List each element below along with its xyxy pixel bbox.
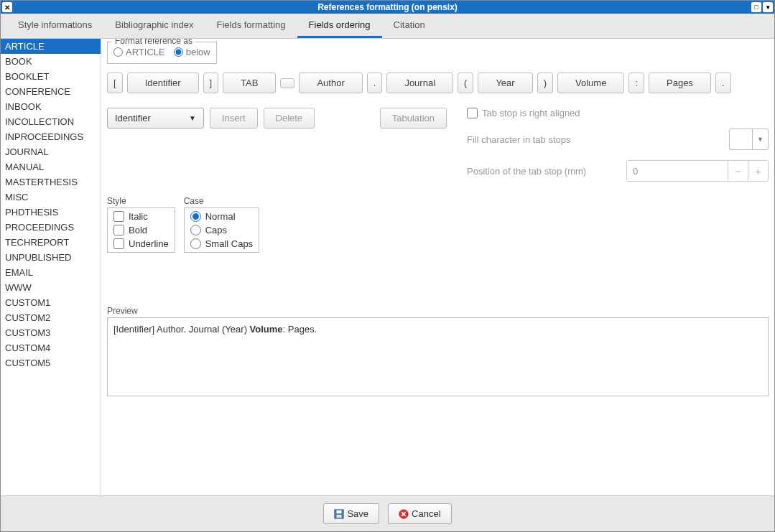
cancel-icon <box>399 509 409 519</box>
position-label: Position of the tab stop (mm) <box>467 166 596 177</box>
sidebar-item-article[interactable]: ARTICLE <box>1 39 101 54</box>
save-icon <box>334 509 344 519</box>
token-2[interactable]: ] <box>203 73 219 93</box>
window-title: References formatting (on pensix) <box>317 2 458 12</box>
footer: Save Cancel <box>1 495 774 531</box>
preview-label: Preview <box>107 306 769 316</box>
sidebar-item-phdthesis[interactable]: PHDTHESIS <box>1 205 101 220</box>
preview-box: [Identifier] Author. Journal (Year) Volu… <box>107 317 769 396</box>
format-as-below[interactable]: below <box>174 47 210 57</box>
token-13[interactable]: Pages <box>649 73 711 93</box>
fill-char-label: Fill character in tab stops <box>467 134 596 145</box>
token-12[interactable]: : <box>628 73 644 93</box>
type-list[interactable]: ARTICLEBOOKBOOKLETCONFERENCEINBOOKINCOLL… <box>1 39 101 495</box>
tab-bibliographic-index[interactable]: Bibliographic index <box>103 14 205 38</box>
case-caps[interactable]: Caps <box>190 225 253 235</box>
token-5[interactable]: Author <box>299 73 362 93</box>
sidebar-item-custom1[interactable]: CUSTOM1 <box>1 295 101 310</box>
delete-button[interactable]: Delete <box>264 108 315 129</box>
svg-rect-2 <box>337 514 342 517</box>
fill-char-combo[interactable]: ▼ <box>729 129 769 150</box>
titlebar: ✕ References formatting (on pensix) □ ▾ <box>1 1 774 14</box>
minimize-icon[interactable]: ▾ <box>763 2 773 12</box>
window-controls: □ ▾ <box>751 2 773 12</box>
format-as-article[interactable]: ARTICLE <box>113 47 165 57</box>
sidebar-item-unpublished[interactable]: UNPUBLISHED <box>1 250 101 265</box>
identifier-combo[interactable]: Identifier ▼ <box>107 108 204 129</box>
format-as-legend: Format reference as <box>112 39 195 46</box>
sidebar-item-proceedings[interactable]: PROCEEDINGS <box>1 220 101 235</box>
position-spinner[interactable]: − + <box>626 160 769 182</box>
sidebar-item-custom5[interactable]: CUSTOM5 <box>1 355 101 370</box>
tab-bar: Style informationsBibliographic indexFie… <box>1 14 774 39</box>
style-italic[interactable]: Italic <box>113 211 169 222</box>
style-group: Style Italic Bold Underline <box>107 196 175 253</box>
close-icon[interactable]: ✕ <box>2 2 12 12</box>
token-7[interactable]: Journal <box>386 73 453 93</box>
radio-article[interactable] <box>113 47 123 57</box>
spinner-down[interactable]: − <box>728 161 748 181</box>
tabulation-button[interactable]: Tabulation <box>380 108 447 129</box>
style-bold[interactable]: Bold <box>113 225 169 235</box>
sidebar-item-booklet[interactable]: BOOKLET <box>1 69 101 84</box>
token-3[interactable]: TAB <box>223 73 276 93</box>
sidebar-item-custom4[interactable]: CUSTOM4 <box>1 340 101 355</box>
svg-rect-1 <box>337 510 342 513</box>
token-11[interactable]: Volume <box>557 73 624 93</box>
chevron-down-icon: ▼ <box>189 114 196 122</box>
tab-fields-formatting[interactable]: Fields formatting <box>205 14 297 38</box>
token-0[interactable]: [ <box>107 73 123 93</box>
sidebar-item-masterthesis[interactable]: MASTERTHESIS <box>1 174 101 190</box>
case-group: Case Normal Caps Small Caps <box>184 196 259 253</box>
sidebar-item-book[interactable]: BOOK <box>1 54 101 69</box>
token-10[interactable]: ) <box>537 73 553 93</box>
sidebar-item-custom2[interactable]: CUSTOM2 <box>1 310 101 325</box>
main-panel: Format reference as ARTICLE below [Ident… <box>101 39 774 495</box>
token-8[interactable]: ( <box>458 73 473 93</box>
sidebar-item-misc[interactable]: MISC <box>1 190 101 205</box>
token-9[interactable]: Year <box>478 73 532 93</box>
maximize-icon[interactable]: □ <box>751 2 761 12</box>
sidebar-item-custom3[interactable]: CUSTOM3 <box>1 325 101 340</box>
token-6[interactable]: . <box>367 73 383 93</box>
chevron-down-icon: ▼ <box>752 129 768 149</box>
case-normal[interactable]: Normal <box>190 211 253 222</box>
window: ✕ References formatting (on pensix) □ ▾ … <box>0 0 775 532</box>
token-14[interactable]: . <box>715 73 731 93</box>
token-4[interactable] <box>280 78 294 88</box>
position-input[interactable] <box>627 161 728 181</box>
sidebar-item-manual[interactable]: MANUAL <box>1 159 101 174</box>
sidebar-item-incollection[interactable]: INCOLLECTION <box>1 114 101 129</box>
tab-style-informations[interactable]: Style informations <box>6 14 103 38</box>
sidebar-item-email[interactable]: EMAIL <box>1 265 101 280</box>
save-button[interactable]: Save <box>323 503 379 524</box>
content: ARTICLEBOOKBOOKLETCONFERENCEINBOOKINCOLL… <box>1 39 774 495</box>
sidebar-item-conference[interactable]: CONFERENCE <box>1 84 101 99</box>
style-underline[interactable]: Underline <box>113 238 169 249</box>
sidebar-item-journal[interactable]: JOURNAL <box>1 144 101 159</box>
token-1[interactable]: Identifier <box>127 73 199 93</box>
radio-below[interactable] <box>174 47 183 57</box>
cancel-button[interactable]: Cancel <box>388 503 451 524</box>
sidebar-item-inbook[interactable]: INBOOK <box>1 99 101 114</box>
tab-citation[interactable]: Citation <box>382 14 437 38</box>
spinner-up[interactable]: + <box>748 161 768 181</box>
insert-button[interactable]: Insert <box>210 108 258 129</box>
sidebar-item-inproceedings[interactable]: INPROCEEDINGS <box>1 129 101 144</box>
tab-right-aligned[interactable]: Tab stop is right aligned <box>467 108 580 118</box>
format-as-group: Format reference as ARTICLE below <box>107 42 217 64</box>
checkbox-right-aligned[interactable] <box>467 108 478 118</box>
sidebar-item-www[interactable]: WWW <box>1 280 101 295</box>
case-small[interactable]: Small Caps <box>190 238 253 249</box>
sidebar-item-techreport[interactable]: TECHREPORT <box>1 235 101 250</box>
token-bar: [Identifier]TABAuthor.Journal(Year)Volum… <box>107 73 769 93</box>
tab-fields-ordering[interactable]: Fields ordering <box>297 14 382 38</box>
